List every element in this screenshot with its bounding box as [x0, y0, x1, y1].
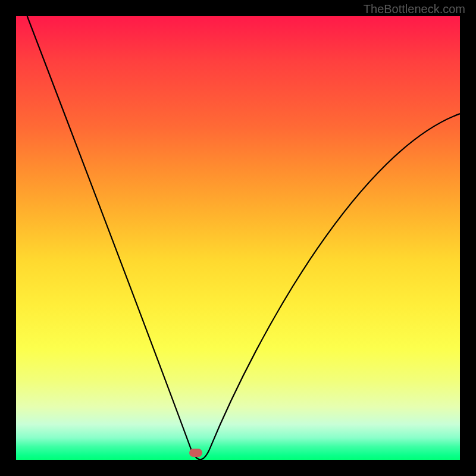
minimum-marker — [189, 449, 202, 457]
attribution-text: TheBottleneck.com — [364, 2, 465, 16]
bottleneck-curve — [16, 16, 460, 460]
chart-plot-area — [16, 16, 460, 460]
